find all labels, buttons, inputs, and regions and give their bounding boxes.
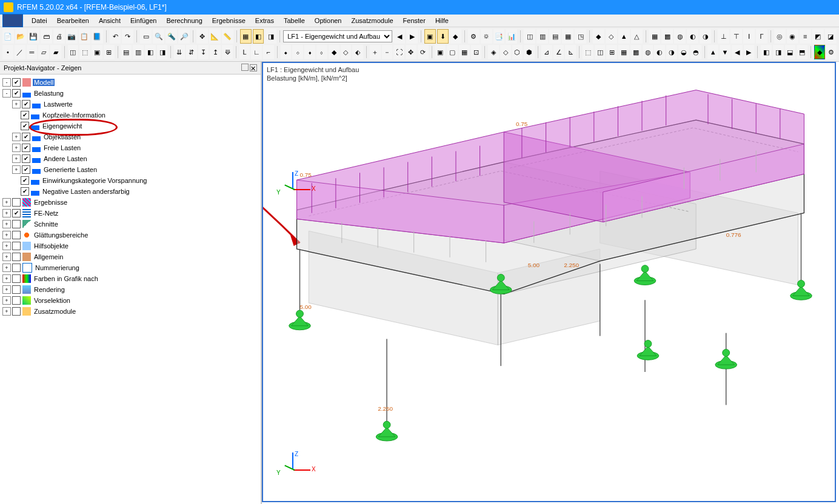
render-4-icon[interactable]: ◐ [687, 29, 698, 44]
checkbox[interactable] [21, 111, 29, 119]
menu-ergebnisse[interactable]: Ergebnisse [207, 16, 250, 25]
expand-icon[interactable]: + [2, 285, 11, 294]
expand-icon[interactable]: + [2, 264, 11, 272]
t2-38[interactable]: ◈ [488, 45, 499, 59]
expand-icon[interactable]: + [2, 242, 11, 250]
t2-54[interactable]: ◓ [690, 45, 701, 59]
t2-52[interactable]: ◑ [666, 45, 677, 59]
tree-label[interactable]: Kopfzeile-Information [41, 111, 107, 119]
fit-icon[interactable]: ⛶ [393, 45, 404, 59]
t2-51[interactable]: ◐ [654, 45, 665, 59]
screenshot-icon[interactable]: 📷 [66, 29, 78, 44]
menu-extras[interactable]: Extras [250, 16, 279, 25]
checkbox[interactable] [12, 209, 21, 217]
show-loads-icon[interactable]: ⬇ [437, 29, 449, 44]
checkbox[interactable] [21, 176, 29, 185]
tree-label[interactable]: Schnitte [33, 220, 59, 228]
tables-icon[interactable]: ▦ [240, 29, 252, 44]
expand-icon[interactable]: - [2, 78, 11, 87]
expand-icon[interactable]: + [12, 144, 21, 152]
tree-item[interactable]: Einwirkungskategorie Vorspannung [1, 175, 259, 186]
tree-item[interactable]: +Hilfsobjekte [1, 240, 259, 251]
t2-62[interactable]: ⬒ [797, 45, 807, 59]
t2-44[interactable]: ⊾ [565, 45, 576, 59]
zoom-out-icon[interactable]: － [382, 45, 393, 59]
lf-next-icon[interactable]: ▶ [406, 29, 418, 44]
checkbox[interactable] [12, 198, 21, 207]
checkbox[interactable] [22, 133, 30, 141]
module-1-icon[interactable]: ◆ [593, 29, 604, 44]
t2-22[interactable]: ⬥ [281, 45, 292, 59]
search-icon[interactable]: 🔎 [178, 29, 190, 44]
tree-label[interactable]: Hilfsobjekte [33, 242, 70, 250]
tree-label[interactable]: Ergebnisse [33, 199, 69, 206]
checkbox[interactable] [22, 144, 30, 152]
redo-icon[interactable]: ↷ [122, 29, 133, 44]
select-icon[interactable]: ▭ [140, 29, 152, 44]
t2-18[interactable]: ⟱ [222, 45, 233, 59]
menu-fenster[interactable]: Fenster [398, 16, 430, 25]
tree-item[interactable]: +Schnitte [1, 219, 259, 230]
saveall-icon[interactable]: 🗃 [41, 29, 52, 44]
tree-label[interactable]: Zusatzmodule [33, 308, 77, 315]
new-icon[interactable]: 📄 [2, 29, 14, 44]
module-3-icon[interactable]: ▲ [618, 29, 630, 44]
tree-label[interactable]: Glättungsbereiche [33, 231, 89, 239]
view-iso-icon[interactable]: ◫ [524, 29, 535, 44]
tree-item[interactable]: -Belastung [1, 88, 259, 99]
menu-berechnung[interactable]: Berechnung [161, 16, 207, 25]
tree-item[interactable]: +Rendering [1, 284, 259, 295]
tree-label[interactable]: Objektlasten [42, 133, 82, 141]
tree-label[interactable]: Vorselektion [33, 297, 72, 304]
navigator-icon[interactable]: ◧ [253, 29, 264, 44]
move-icon[interactable]: ✥ [196, 29, 208, 44]
t2-56[interactable]: ▼ [720, 45, 730, 59]
expand-icon[interactable]: + [12, 100, 21, 108]
checkbox[interactable] [12, 231, 21, 239]
checkbox[interactable] [22, 165, 30, 174]
t2-21[interactable]: ⌐ [263, 45, 274, 59]
t2-36[interactable]: ▦ [459, 45, 470, 59]
menu-bearbeiten[interactable]: Bearbeiten [52, 16, 94, 25]
tree-item[interactable]: Kopfzeile-Information [1, 110, 259, 121]
t2-47[interactable]: ⊞ [606, 45, 617, 59]
calc-all-icon[interactable]: ⛭ [481, 29, 492, 44]
t2-6[interactable]: ◫ [68, 45, 79, 59]
expand-icon[interactable]: + [2, 231, 11, 239]
menu-tabelle[interactable]: Tabelle [279, 16, 310, 25]
tree-item[interactable]: +Farben in Grafik nach [1, 273, 259, 284]
report-icon[interactable]: 📑 [493, 29, 505, 44]
render-3-icon[interactable]: ◍ [674, 29, 686, 44]
t2-48[interactable]: ▦ [618, 45, 629, 59]
undo-icon[interactable]: ↶ [110, 29, 121, 44]
tree-item[interactable]: Negative Lasten andersfarbig [1, 186, 259, 197]
t2-49[interactable]: ▩ [630, 45, 641, 59]
t2-43[interactable]: ∠ [553, 45, 564, 59]
tree-label[interactable]: Nummerierung [34, 264, 81, 271]
view-z-icon[interactable]: ▦ [562, 29, 573, 44]
beam-3-icon[interactable]: Ⅰ [743, 29, 755, 44]
t2-59[interactable]: ◧ [761, 45, 772, 59]
tree-label[interactable]: FE-Netz [33, 210, 59, 217]
tree-item[interactable]: Eigengewicht [1, 121, 259, 131]
checkbox[interactable] [12, 89, 21, 98]
t2-9[interactable]: ⊞ [104, 45, 115, 59]
checkbox[interactable] [21, 187, 29, 196]
expand-icon[interactable]: + [12, 165, 21, 174]
close-nav-icon[interactable]: ✕ [250, 64, 257, 71]
t2-40[interactable]: ⬡ [512, 45, 523, 59]
t2-39[interactable]: ◇ [500, 45, 511, 59]
t2-23[interactable]: ⬦ [292, 45, 303, 59]
misc-3-icon[interactable]: ≡ [800, 29, 811, 44]
checkbox[interactable] [22, 100, 30, 108]
t2-41[interactable]: ⬢ [524, 45, 535, 59]
t2-35[interactable]: ▢ [447, 45, 458, 59]
checkbox[interactable] [12, 220, 21, 228]
tree-item[interactable]: +Generierte Lasten [1, 164, 259, 175]
expand-icon[interactable]: + [2, 307, 11, 316]
checkbox[interactable] [12, 274, 21, 283]
settings-icon[interactable]: ⚙ [826, 45, 837, 59]
tree-item[interactable]: +Glättungsbereiche [1, 230, 259, 240]
checkbox[interactable] [12, 285, 21, 294]
rotate-icon[interactable]: ⟳ [418, 45, 429, 59]
